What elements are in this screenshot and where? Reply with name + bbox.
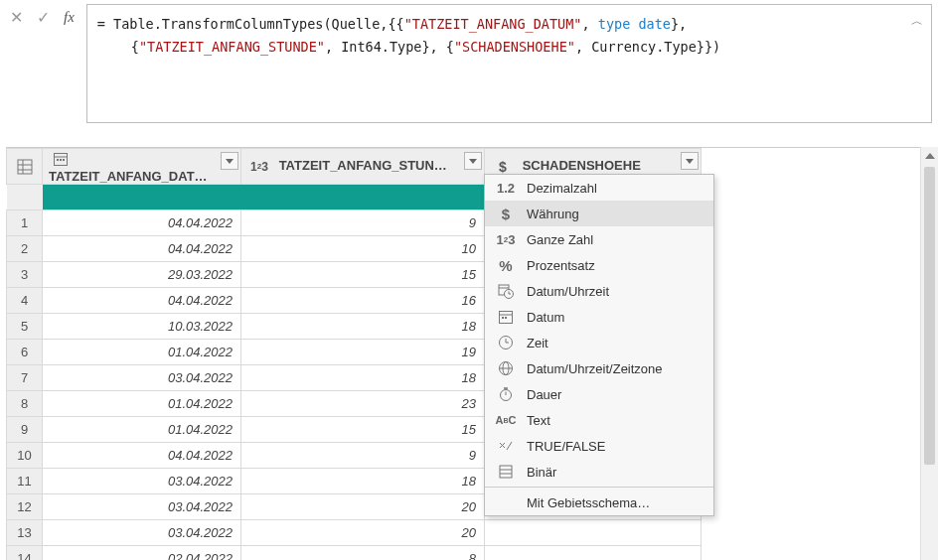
type-binary[interactable]: Binär [485, 459, 713, 485]
cell-date[interactable]: 10.03.2022 [43, 314, 241, 340]
cell-hour[interactable]: 16 [241, 288, 485, 314]
scroll-up-button[interactable] [921, 147, 938, 165]
svg-rect-17 [505, 317, 507, 319]
stopwatch-icon [495, 386, 517, 402]
cell-hour[interactable]: 20 [241, 494, 485, 520]
cell-date[interactable]: 04.04.2022 [43, 210, 241, 236]
calendar-icon[interactable] [49, 149, 73, 169]
type-boolean[interactable]: TRUE/FALSE [485, 433, 713, 459]
whole-number-icon[interactable]: 123 [247, 157, 271, 177]
table-row[interactable]: 1402.04.20228 [7, 546, 932, 561]
formula-type: Currency.Type [591, 39, 697, 55]
confirm-formula-button[interactable]: ✓ [37, 8, 50, 27]
cancel-formula-button[interactable]: ✕ [10, 8, 23, 27]
clock-icon [495, 335, 517, 350]
cell-currency[interactable] [485, 546, 702, 561]
cell-hour[interactable]: 15 [241, 262, 485, 288]
table-icon-header[interactable] [7, 149, 43, 185]
formula-keyword: date [630, 16, 671, 32]
cell-hour[interactable]: 18 [241, 469, 485, 494]
row-number: 7 [7, 365, 43, 391]
row-number: 9 [7, 417, 43, 443]
table-row[interactable]: 1004.04.20229 [7, 443, 932, 469]
type-whole-number[interactable]: 123 Ganze Zahl [485, 226, 713, 252]
vertical-scrollbar[interactable] [920, 147, 938, 560]
cell-date[interactable]: 04.04.2022 [43, 443, 241, 469]
type-text[interactable]: ABC Text [485, 407, 713, 433]
svg-rect-0 [18, 160, 32, 174]
cell-date[interactable]: 03.04.2022 [43, 469, 241, 494]
cell-hour[interactable]: 10 [241, 236, 485, 262]
column-filter-button[interactable] [681, 152, 699, 170]
table-row[interactable]: 510.03.202218 [7, 314, 932, 340]
cell-hour[interactable]: 23 [241, 391, 485, 417]
svg-rect-31 [500, 466, 512, 478]
table-row[interactable]: 404.04.202216 [7, 288, 932, 314]
cell-hour[interactable]: 9 [241, 210, 485, 236]
cell-hour[interactable]: 18 [241, 365, 485, 391]
globe-icon [495, 360, 517, 376]
type-datetime[interactable]: Datum/Uhrzeit [485, 278, 713, 304]
type-decimal[interactable]: 1.2 Dezimalzahl [485, 175, 713, 201]
type-time[interactable]: Zeit [485, 330, 713, 355]
table-row[interactable]: 801.04.202223 [7, 391, 932, 417]
cell-hour[interactable]: 20 [241, 520, 485, 546]
table-row[interactable]: 204.04.202210 [7, 236, 932, 262]
cell-currency[interactable] [485, 520, 702, 546]
whole-number-icon: 123 [495, 232, 517, 247]
type-percent[interactable]: % Prozentsatz [485, 252, 713, 278]
svg-line-30 [507, 442, 512, 450]
row-number: 3 [7, 262, 43, 288]
table-row[interactable]: 329.03.202215 [7, 262, 932, 288]
column-filter-button[interactable] [221, 152, 238, 170]
row-number: 10 [7, 443, 43, 469]
table-row[interactable]: 901.04.202215 [7, 417, 932, 443]
cell-hour[interactable]: 8 [241, 546, 485, 561]
column-filter-button[interactable] [464, 152, 482, 170]
calendar-icon [495, 309, 517, 325]
formula-bar[interactable]: = Table.TransformColumnTypes(Quelle,{{"T… [86, 4, 932, 123]
decimal-icon: 1.2 [495, 181, 517, 196]
type-duration[interactable]: Dauer [485, 381, 713, 407]
formula-string: "TATZEIT_ANFANG_STUNDE" [139, 39, 325, 55]
cell-date[interactable]: 03.04.2022 [43, 520, 241, 546]
data-grid: TATZEIT_ANFANG_DAT… 123 TATZEIT_ANFANG_S… [6, 148, 932, 560]
cell-date[interactable]: 29.03.2022 [43, 262, 241, 288]
row-number: 13 [7, 520, 43, 546]
cell-date[interactable]: 01.04.2022 [43, 391, 241, 417]
type-currency[interactable]: $ Währung [485, 201, 713, 226]
type-locale[interactable]: Mit Gebietsschema… [485, 490, 713, 515]
column-header-date[interactable]: TATZEIT_ANFANG_DAT… [43, 149, 241, 185]
table-row[interactable]: 1303.04.202220 [7, 520, 932, 546]
column-header-hour[interactable]: 123 TATZEIT_ANFANG_STUN… [241, 149, 485, 185]
cell-hour[interactable]: 9 [241, 443, 485, 469]
fx-icon: fx [64, 9, 75, 26]
table-row[interactable]: 1103.04.202218 [7, 469, 932, 494]
row-number: 5 [7, 314, 43, 340]
type-datetime-zone[interactable]: Datum/Uhrzeit/Zeitzone [485, 355, 713, 381]
cell-date[interactable]: 03.04.2022 [43, 494, 241, 520]
formula-text: = Table.TransformColumnTypes(Quelle,{{ [97, 16, 404, 32]
table-row[interactable]: 1203.04.202220 [7, 494, 932, 520]
table-row[interactable]: 601.04.202219 [7, 340, 932, 365]
cell-hour[interactable]: 15 [241, 417, 485, 443]
table-row[interactable]: 703.04.202218 [7, 365, 932, 391]
cell-date[interactable]: 03.04.2022 [43, 365, 241, 391]
type-date[interactable]: Datum [485, 304, 713, 330]
cell-date[interactable]: 04.04.2022 [43, 288, 241, 314]
cell-date[interactable]: 04.04.2022 [43, 236, 241, 262]
column-header-label: TATZEIT_ANFANG_STUN… [279, 158, 447, 173]
row-number: 8 [7, 391, 43, 417]
percent-icon: % [495, 257, 517, 274]
cell-hour[interactable]: 18 [241, 314, 485, 340]
svg-rect-16 [502, 317, 504, 319]
cell-date[interactable]: 02.04.2022 [43, 546, 241, 561]
row-number: 4 [7, 288, 43, 314]
table-row[interactable]: 104.04.20229 [7, 210, 932, 236]
binary-icon [495, 464, 517, 480]
scroll-thumb[interactable] [924, 167, 935, 465]
collapse-formula-icon[interactable]: ︿ [911, 11, 923, 31]
cell-hour[interactable]: 19 [241, 340, 485, 365]
cell-date[interactable]: 01.04.2022 [43, 340, 241, 365]
cell-date[interactable]: 01.04.2022 [43, 417, 241, 443]
